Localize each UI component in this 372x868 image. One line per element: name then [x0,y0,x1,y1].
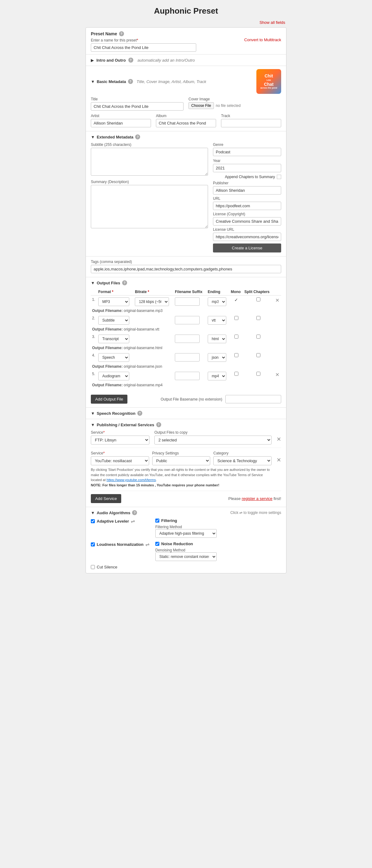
subtitle-input[interactable] [91,148,208,176]
extended-meta-toggle[interactable]: ▼ [91,135,95,140]
adaptive-leveler-check[interactable] [91,519,95,523]
intro-outro-toggle[interactable]: ▶ [91,58,94,63]
split-checkbox-4[interactable] [256,372,260,376]
page-title: Auphonic Preset [84,0,288,19]
adaptive-leveler-settings-icon[interactable]: ⇌ [131,518,135,524]
ending-select-4[interactable]: mp4 [208,372,226,380]
publishing-toggle[interactable]: ▼ [91,423,95,427]
output-files-toggle[interactable]: ▼ [91,281,95,285]
intro-outro-help[interactable]: ? [128,58,133,63]
suffix-input-1[interactable] [175,316,200,324]
split-checkbox-2[interactable] [256,335,260,339]
col-suffix: Filename Suffix [174,288,206,296]
suffix-input-3[interactable] [175,353,200,362]
ftp-output-select[interactable]: 2 selected [154,436,271,444]
show-all-fields-link[interactable]: Show all fields [84,19,288,27]
suffix-input-4[interactable] [175,372,200,380]
publisher-input[interactable] [213,186,281,194]
basic-meta-toggle[interactable]: ▼ [91,79,95,84]
split-checkbox-0[interactable] [256,298,260,302]
subtitle-label: Subtitle (255 characters) [91,143,208,147]
privacy-select[interactable]: Public [152,456,210,465]
suffix-input-0[interactable] [175,298,200,306]
algo-help[interactable]: ? [132,510,137,515]
format-select-4[interactable]: Audiogram (Wave [98,372,129,380]
filtering-check[interactable] [155,519,159,523]
speech-help[interactable]: ? [137,411,142,416]
algo-toggle[interactable]: ▼ [91,510,95,515]
podcast-logo: Chit Lite Chat across the pond [256,69,281,94]
publishing-help[interactable]: ? [156,422,161,427]
create-license-btn[interactable]: Create a License [213,244,281,252]
loudness-settings-icon[interactable]: ⇌ [145,541,149,547]
output-filename-2: Output Filename: original-basename.html [91,344,281,351]
loudness-check[interactable] [91,542,95,547]
append-chapters-label: Append Chapters to Summary [225,175,275,179]
mono-checkbox-4[interactable] [234,372,238,376]
album-input[interactable] [156,119,216,127]
append-chapters-checkbox[interactable] [277,175,281,179]
basic-metadata-section: ▼ Basic Metadata ? Title, Cover Image, A… [86,66,286,131]
col-mono: Mono [229,288,243,296]
choose-file-btn[interactable]: Choose File [189,102,214,109]
split-checkbox-3[interactable] [256,353,260,357]
output-delete-btn-4[interactable]: ✕ [275,372,280,378]
register-service-link[interactable]: register a service [242,496,273,501]
preset-name-help[interactable]: ? [119,31,124,36]
category-select[interactable]: Science & Technology [213,456,271,465]
title-label: Title [91,97,183,101]
yt-terms-link[interactable]: https://www.youtube.com/t/terms [107,478,156,482]
output-filename-0: Output Filename: original-basename.mp3 [91,307,281,314]
format-select-1[interactable]: Subtitle [98,316,129,324]
basic-meta-help[interactable]: ? [128,79,133,84]
filtering-method-select[interactable]: Adaptive high-pass filtering [155,529,217,538]
mono-checkbox-2[interactable] [234,335,238,339]
ftp-service-select[interactable]: FTP: Libsyn [91,436,149,444]
noise-reduction-check[interactable] [155,542,159,546]
denoising-method-group: Denoising Method Static: remove constant… [155,548,217,561]
tags-input[interactable] [91,265,281,273]
loudness-label: Loudness Normalization [97,542,144,547]
add-service-btn[interactable]: Add Service [91,494,121,503]
format-select-3[interactable]: Speech [98,353,129,362]
cut-silence-check[interactable] [91,565,95,569]
artist-input[interactable] [91,119,151,127]
format-select-2[interactable]: Transcript [98,335,129,343]
publishing-section: ▼ Publishing / External Services ? Servi… [86,419,286,507]
summary-input[interactable] [91,185,208,228]
license-url-input[interactable] [213,232,281,241]
ftp-delete-btn[interactable]: ✕ [277,430,281,443]
add-output-file-btn[interactable]: Add Output File [91,395,127,404]
ending-select-0[interactable]: mp3 [208,298,226,306]
suffix-input-2[interactable] [175,335,200,343]
extended-meta-help[interactable]: ? [135,134,140,140]
yt-delete-btn[interactable]: ✕ [277,451,281,463]
track-input[interactable] [221,119,281,127]
split-cell-4 [243,370,274,382]
bitrate-select-0[interactable]: 128 kbps (~56MB ◇ [135,298,169,306]
ending-select-3[interactable]: json [208,353,226,362]
split-checkbox-1[interactable] [256,316,260,320]
genre-input[interactable] [213,148,281,156]
denoising-method-select[interactable]: Static: remove constant noises only [155,552,217,561]
output-basename-input[interactable] [225,395,281,403]
output-filename-row: Output Filename: original-basename.html [91,344,281,351]
url-input[interactable] [213,202,281,210]
license-input[interactable] [213,217,281,225]
yt-service-select[interactable]: YouTube: nosillacast [91,456,149,465]
format-select-0[interactable]: MP3 [98,298,129,306]
convert-to-multitrack-link[interactable]: Convert to Multitrack [244,31,281,42]
mono-checkbox-3[interactable] [234,353,238,357]
year-input[interactable] [213,164,281,172]
output-files-help[interactable]: ? [122,280,127,285]
title-input[interactable] [91,102,183,111]
mono-checkbox-1[interactable] [234,316,238,320]
ftp-service-row: Service* FTP: Libsyn Output Files to cop… [91,430,281,448]
ending-select-2[interactable]: html [208,335,226,343]
mono-cell-1 [229,314,243,326]
ending-select-1[interactable]: vtt [208,316,226,324]
preset-name-input[interactable] [91,43,196,52]
album-label: Album [156,114,216,118]
output-delete-btn-0[interactable]: ✕ [275,298,280,303]
speech-toggle[interactable]: ▼ [91,411,95,416]
